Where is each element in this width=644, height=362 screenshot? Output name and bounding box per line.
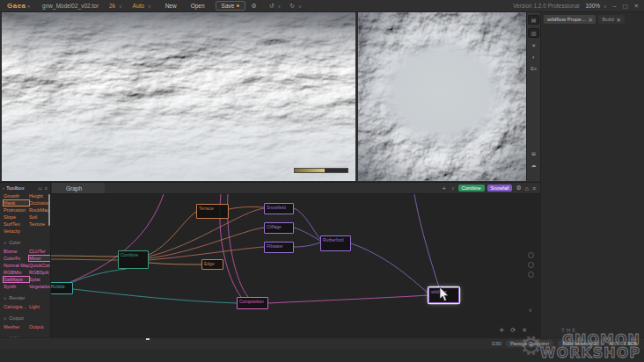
toolbox-node-cartogra-[interactable]: Cartogra... xyxy=(4,304,29,309)
toolbox-menu-icon[interactable]: ≡ xyxy=(45,185,48,191)
build-quality-selector[interactable]: Auto ∨ xyxy=(133,3,151,9)
sun-icon[interactable]: ☀ xyxy=(529,41,538,49)
toolbox-node-colorfx[interactable]: ColorFx xyxy=(4,256,29,261)
filename: gnw_Model02_v02.tor xyxy=(42,3,99,9)
app-logo[interactable]: Gaea xyxy=(7,2,26,10)
add-node-chevron-icon[interactable]: ∨ xyxy=(451,185,455,191)
crater-render xyxy=(358,12,526,181)
exposure-label[interactable]: Ex xyxy=(529,64,538,72)
graph-panel: Graph + ∨ CombineSnowfall ⚙ ⌂ ≡ ∨ ✛ ⟳ ✕ xyxy=(50,182,540,337)
status-item-build-intensity-10[interactable]: Build Intensity 10 xyxy=(558,340,604,347)
pin-icon[interactable]: ▣ xyxy=(617,17,621,22)
toolbox-node-light[interactable]: Light xyxy=(29,304,50,309)
graph-node-cliffage[interactable]: Cliffage xyxy=(264,222,294,234)
redo-button[interactable]: ↻ ∨ xyxy=(289,3,302,10)
mouse-cursor xyxy=(439,287,451,302)
toolbox-section-render[interactable]: ∨Render xyxy=(4,295,50,300)
gaea-window: Gaea ▾ gnw_Model02_v02.tor 2k ∨ Auto ∨ N… xyxy=(0,0,644,362)
toolbox-node-surftex[interactable]: SurfTex xyxy=(4,221,29,227)
refresh-icon[interactable]: ⟳ xyxy=(510,327,516,334)
toolbox-node-biome[interactable]: Biome xyxy=(4,249,29,254)
graph-node-composition[interactable]: Composition xyxy=(237,297,268,309)
toolbox-node-synth[interactable]: Synth xyxy=(4,284,29,289)
toolbox-node-mesher[interactable]: Mesher xyxy=(4,324,29,329)
toolbox-section-color[interactable]: ∨Color xyxy=(4,240,50,245)
close-button[interactable]: ✕ xyxy=(634,3,639,10)
toolbox-node-texture[interactable]: Texture xyxy=(29,221,50,227)
toolbox-node-quickcolor[interactable]: QuickColor xyxy=(29,263,50,268)
view-toggle-bottom-icon[interactable]: ▥ xyxy=(528,28,539,38)
clear-selection-icon[interactable]: ✕ xyxy=(522,327,527,334)
settings-gear-icon[interactable]: ⚙ xyxy=(251,3,256,10)
terrain-render xyxy=(2,12,355,181)
toolbox-node-height[interactable]: Height xyxy=(29,193,50,199)
toolbox-node-velocity[interactable]: Velocity xyxy=(4,228,29,234)
home-view-icon[interactable]: ⌂ xyxy=(525,185,529,192)
toolbox-node-mixer[interactable]: Mixer xyxy=(29,256,50,261)
toolbox-view-icon[interactable]: ▭ xyxy=(38,185,42,191)
toolbox-node-mask[interactable]: Mask xyxy=(4,200,29,206)
contrast-icon[interactable]: ◐ xyxy=(529,53,538,61)
resolution-selector[interactable]: 2k ∨ xyxy=(109,3,122,9)
fit-view-icon[interactable]: ✛ xyxy=(499,327,504,334)
toolbox-node-splat[interactable]: Splat xyxy=(29,277,50,282)
view-toggle-top-icon[interactable]: ▤ xyxy=(528,15,539,25)
toolbox-back-icon[interactable]: ‹ xyxy=(3,185,4,191)
status-item-4565: 4565 xyxy=(608,341,618,346)
quick-add-combine[interactable]: Combine xyxy=(458,185,485,192)
status-item-passive-optimizer[interactable]: Passive Optimizer xyxy=(506,340,553,347)
grid-icon[interactable]: ⊞ xyxy=(529,149,538,157)
status-tick xyxy=(146,338,150,340)
maximize-button[interactable]: ▢ xyxy=(622,3,627,10)
pin-icon[interactable]: ▣ xyxy=(589,17,593,22)
viewport-3d[interactable] xyxy=(2,12,355,181)
toolbox-node-cluter[interactable]: CLUTer xyxy=(29,249,50,254)
toolbox-node-growth[interactable]: Growth xyxy=(4,193,29,199)
toolbox-node-rockmap[interactable]: RockMap xyxy=(29,207,50,213)
undo-button[interactable]: ↺ ∨ xyxy=(269,3,282,10)
toolbox-panel: ‹ Toolbox ▭ ≡ GrowthHeightMaskOcclusionP… xyxy=(0,182,50,338)
quick-node-chips: CombineSnowfall xyxy=(458,185,513,192)
toolbox-node-slope[interactable]: Slope xyxy=(4,214,29,220)
graph-menu-icon[interactable]: ≡ xyxy=(532,185,536,192)
app-menu-chevron-icon[interactable]: ▾ xyxy=(28,4,31,9)
graph-side-markers xyxy=(528,252,534,278)
toolbox-node-occlusion[interactable]: Occlusion xyxy=(29,200,50,206)
unsaved-indicator xyxy=(237,4,239,7)
tab-node-properties[interactable]: wildflow Prope... ▣ xyxy=(544,15,596,24)
graph-node-combine[interactable]: Combine xyxy=(118,250,149,269)
toolbox-section-output[interactable]: ∨Output xyxy=(4,315,50,321)
toolbox-node-rgbsplit[interactable]: RGBSplit xyxy=(29,270,50,275)
cloud-icon[interactable]: ☁ xyxy=(529,161,538,169)
open-button[interactable]: Open xyxy=(191,3,205,9)
redo-icon: ↻ xyxy=(289,3,295,10)
graph-node-terrace[interactable]: Terrace xyxy=(196,204,229,219)
graph-node-edge[interactable]: Edge xyxy=(201,259,223,270)
status-item-d3d: D3D xyxy=(492,341,501,346)
zoom-selector[interactable]: 100% ∨ xyxy=(585,3,606,9)
toolbox-node-protrusion[interactable]: Protrusion xyxy=(4,207,29,213)
graph-node-rubble[interactable]: Rubble xyxy=(51,282,73,294)
graph-view-tools: ✛ ⟳ ✕ xyxy=(499,327,527,334)
graph-node-snowfield[interactable]: Snowfield xyxy=(264,203,294,214)
toolbox-node-satmaps[interactable]: SatMaps xyxy=(4,277,29,282)
graph-settings-gear-icon[interactable]: ⚙ xyxy=(516,185,521,192)
viewport-topdown[interactable] xyxy=(358,12,526,181)
toolbox-node-soil[interactable]: Soil xyxy=(29,214,50,220)
tab-build[interactable]: Build ▣ xyxy=(598,15,624,24)
tab-graph[interactable]: Graph xyxy=(52,183,105,193)
graph-canvas[interactable]: ∨ ✛ ⟳ ✕ TerraceSnowfieldCliffageFillwate… xyxy=(51,194,539,338)
minimize-button[interactable]: – xyxy=(613,3,617,9)
save-button[interactable]: Save xyxy=(216,1,246,11)
graph-node-rutherford[interactable]: Rutherford xyxy=(320,235,351,251)
quick-add-snowfall[interactable]: Snowfall xyxy=(487,185,513,192)
toolbox-node-vegetation[interactable]: Vegetation xyxy=(29,284,50,289)
toolbox-node-rgbmix[interactable]: RGBMix xyxy=(4,270,29,275)
status-bar: D3DPassive OptimizerBuild Intensity 1045… xyxy=(0,337,644,349)
graph-node-fillwater[interactable]: Fillwater xyxy=(264,242,294,253)
add-node-button[interactable]: + xyxy=(443,185,446,192)
undo-icon: ↺ xyxy=(269,3,274,10)
toolbox-node-output[interactable]: Output xyxy=(29,324,50,329)
new-button[interactable]: New xyxy=(165,3,177,9)
toolbox-node-normal-map[interactable]: Normal Map xyxy=(4,263,29,268)
